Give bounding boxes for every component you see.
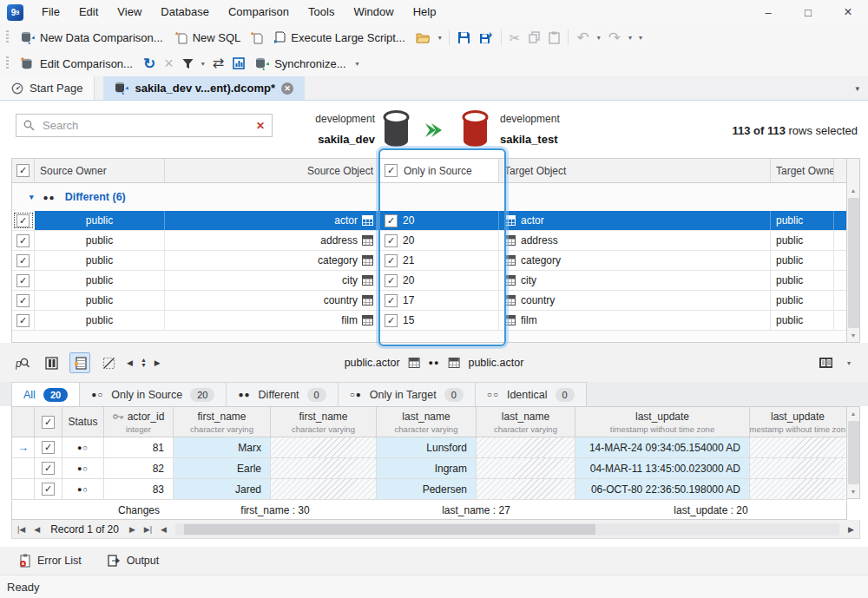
filter-caret-icon[interactable]: ▾ <box>198 60 208 68</box>
previous-record-button[interactable]: ◀ <box>32 525 42 534</box>
scroll-down-icon[interactable]: ▼ <box>851 329 857 342</box>
paste-button[interactable] <box>544 26 564 49</box>
row-checkbox[interactable] <box>16 314 30 327</box>
last-record-button[interactable]: ▶| <box>142 525 154 534</box>
select-all-records-header[interactable] <box>35 407 62 437</box>
only-in-source-cell[interactable]: 20 <box>379 231 499 250</box>
search-input[interactable] <box>41 118 250 133</box>
down-icon[interactable]: ▼ <box>141 363 147 368</box>
column-header-actor-id[interactable]: actor_id integer <box>104 407 174 437</box>
synchronize-button[interactable]: Synchronize... <box>249 52 352 75</box>
undo-caret-icon[interactable]: ▾ <box>594 34 604 42</box>
record-row[interactable]: ●○ 82 Earle Ingram 04-MAR-11 13:45:00.02… <box>12 458 846 479</box>
scroll-up-icon[interactable]: ▲ <box>851 184 857 197</box>
new-data-comparison-button[interactable]: New Data Comparison... <box>15 26 169 49</box>
minimize-button[interactable]: – <box>748 0 788 24</box>
only-in-source-cell[interactable]: 15 <box>379 311 499 330</box>
column-header-last-update-target[interactable]: last_updatetimestamp without time zone <box>750 407 845 437</box>
tab-error-list[interactable]: Error List <box>19 554 82 568</box>
filter-button[interactable] <box>178 52 198 75</box>
tab-close-icon[interactable]: ✕ <box>281 82 293 95</box>
select-all-checkbox[interactable] <box>16 164 30 177</box>
filter-tab-identical[interactable]: ○○ Identical 0 <box>475 382 587 406</box>
select-all-records-checkbox[interactable] <box>42 416 55 429</box>
records-checkbox[interactable] <box>385 234 398 247</box>
menu-database[interactable]: Database <box>151 0 219 24</box>
tab-output[interactable]: Output <box>108 555 160 567</box>
menu-view[interactable]: View <box>108 0 151 24</box>
edit-comparison-button[interactable]: * Edit Comparison... <box>15 52 139 75</box>
swap-source-target-button[interactable]: ⇄ <box>208 52 228 75</box>
toolbar-overflow-caret-icon[interactable]: ▾ <box>635 34 646 42</box>
tab-document-dcomp[interactable]: sakila_dev v...ent).dcomp* ✕ <box>103 76 305 100</box>
search-clear-icon[interactable]: ✕ <box>256 120 265 132</box>
table-row-category[interactable]: public category 21 category public <box>12 251 846 271</box>
comparison-report-button[interactable] <box>228 52 249 75</box>
filter-tab-only-in-target[interactable]: ○● Only in Target 0 <box>338 382 476 406</box>
menu-edit[interactable]: Edit <box>69 0 108 24</box>
grid-view-button[interactable] <box>69 352 90 373</box>
filter-tab-different[interactable]: ●● Different 0 <box>226 382 338 406</box>
next-difference-icon[interactable]: ▶ <box>155 358 161 367</box>
redo-caret-icon[interactable]: ▾ <box>625 34 635 42</box>
record-row[interactable]: ●○ 83 Jared Pedersen 06-OCT-80 22:36:50.… <box>12 479 846 500</box>
scrollbar-thumb[interactable] <box>848 198 859 328</box>
scroll-up-icon[interactable]: ▲ <box>851 407 857 420</box>
redo-button[interactable]: ↷ <box>604 26 625 49</box>
record-row[interactable]: → ●○ 81 Marx Lunsford 14-MAR-24 09:34:05… <box>12 437 846 458</box>
column-header-source-object[interactable]: Source Object <box>165 159 379 182</box>
refresh-button[interactable]: ↻ <box>139 52 160 75</box>
table-row-film[interactable]: public film 15 film public <box>12 311 846 331</box>
save-button[interactable] <box>453 26 475 49</box>
data-grid-scrollbar[interactable]: ▲ ▼ <box>847 406 860 499</box>
records-checkbox[interactable] <box>385 274 398 287</box>
row-checkbox[interactable] <box>16 254 30 267</box>
table-row-actor[interactable]: public actor 20 actor public <box>12 211 846 231</box>
scroll-right-button[interactable]: ▶ <box>846 525 856 534</box>
row-checkbox[interactable] <box>16 294 30 307</box>
record-checkbox[interactable] <box>42 441 55 454</box>
close-button[interactable]: × <box>828 0 868 24</box>
data-search-button[interactable]: p <box>12 352 33 373</box>
menu-help[interactable]: Help <box>404 0 446 24</box>
execute-large-script-button[interactable]: Execute Large Script... <box>267 26 411 49</box>
scroll-left-button[interactable]: ◀ <box>159 525 168 534</box>
column-header-first-name-source[interactable]: first_namecharacter varying <box>174 407 271 437</box>
records-checkbox[interactable] <box>385 214 398 227</box>
next-record-button[interactable]: ▶ <box>128 525 137 534</box>
open-file-caret-icon[interactable]: ▾ <box>435 34 445 42</box>
column-header-last-update-source[interactable]: last_updatetimestamp without time zone <box>575 407 750 437</box>
only-in-source-checkbox[interactable] <box>385 164 398 177</box>
column-header-source-owner[interactable]: Source Owner <box>35 159 165 182</box>
new-sql-button[interactable]: * New SQL <box>169 26 247 49</box>
column-header-last-name-source[interactable]: last_namecharacter varying <box>377 407 477 437</box>
row-checkbox[interactable] <box>16 214 30 227</box>
toolbar-grip[interactable] <box>6 30 9 44</box>
undo-button[interactable]: ↶ <box>572 26 593 49</box>
records-checkbox[interactable] <box>385 254 398 267</box>
open-file-button[interactable] <box>411 26 435 49</box>
only-in-source-cell[interactable]: 20 <box>379 211 499 230</box>
maximize-button[interactable]: □ <box>788 0 828 24</box>
row-checkbox[interactable] <box>16 234 30 247</box>
only-in-source-cell[interactable]: 21 <box>379 251 499 270</box>
only-in-source-cell[interactable]: 20 <box>379 271 499 290</box>
table-row-address[interactable]: public address 20 address public <box>12 231 846 251</box>
save-all-button[interactable] <box>475 26 497 49</box>
first-record-button[interactable]: |◀ <box>16 525 27 534</box>
group-collapse-icon[interactable]: ▾ <box>30 193 34 201</box>
new-file-button[interactable]: * <box>247 26 267 49</box>
filter-tab-only-in-source[interactable]: ●○ Only in Source 20 <box>79 382 227 406</box>
column-header-last-name-target[interactable]: last_namecharacter varying <box>477 407 575 437</box>
synchronize-caret-icon[interactable]: ▾ <box>352 60 363 68</box>
column-header-first-name-target[interactable]: first_namecharacter varying <box>271 407 377 437</box>
column-header-target-object[interactable]: Target Object <box>499 159 771 182</box>
comparison-grid-scrollbar[interactable]: ▲ ▼ <box>847 158 860 343</box>
split-layout-button[interactable] <box>41 352 62 373</box>
move-up-down-icons[interactable]: ▲▼ <box>141 358 147 367</box>
copy-button[interactable] <box>524 26 544 49</box>
group-row-different[interactable]: ▾ ●● Different (6) <box>12 183 846 211</box>
previous-difference-icon[interactable]: ◀ <box>127 358 133 367</box>
menu-window[interactable]: Window <box>344 0 403 24</box>
ignore-changes-button[interactable] <box>98 352 119 373</box>
